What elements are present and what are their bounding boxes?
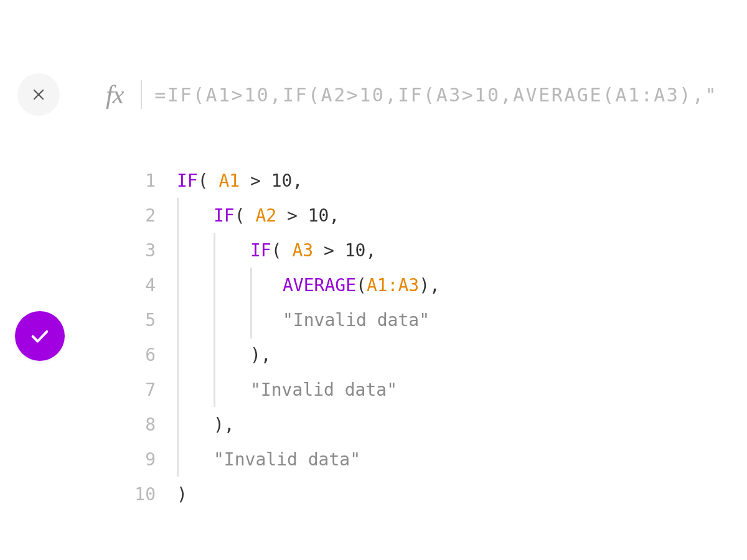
line-number: 6 — [125, 345, 156, 365]
close-icon — [31, 87, 46, 102]
line-number: 1 — [125, 170, 156, 191]
line-number: 5 — [125, 310, 156, 330]
code-line: 7 "Invalid data" — [125, 372, 440, 407]
line-number: 4 — [125, 275, 156, 296]
line-number: 3 — [125, 240, 156, 261]
line-number: 2 — [125, 205, 156, 226]
code-line: 3 IF( A3 > 10, — [125, 233, 440, 268]
formula-bar: fx =IF(A1>10,IF(A2>10,IF(A3>10,AVERAGE(A… — [17, 70, 747, 119]
code-line: 8 ), — [125, 407, 440, 442]
code-line: 5 "Invalid data" — [125, 302, 440, 337]
code-content[interactable]: IF( A3 > 10, — [177, 233, 376, 268]
formula-input[interactable]: =IF(A1>10,IF(A2>10,IF(A3>10,AVERAGE(A1:A… — [154, 84, 747, 106]
line-number: 9 — [125, 449, 156, 470]
code-content[interactable]: "Invalid data" — [177, 301, 430, 338]
code-content[interactable]: ), — [177, 337, 271, 372]
fx-label: fx — [106, 80, 123, 110]
code-content[interactable]: ) — [177, 484, 187, 505]
accept-button[interactable] — [15, 311, 65, 361]
code-content[interactable]: IF( A1 > 10, — [177, 170, 303, 191]
line-number: 10 — [125, 484, 156, 505]
code-line: 1 IF( A1 > 10, — [125, 163, 440, 198]
code-content[interactable]: IF( A2 > 10, — [177, 198, 339, 233]
code-content[interactable]: "Invalid data" — [177, 442, 360, 477]
code-line: 2 IF( A2 > 10, — [125, 198, 440, 233]
code-line: 4 AVERAGE(A1:A3), — [125, 268, 440, 302]
code-line: 10 ) — [125, 477, 440, 511]
code-content[interactable]: "Invalid data" — [177, 372, 397, 407]
code-line: 6 ), — [125, 337, 440, 372]
divider — [141, 80, 142, 109]
code-content[interactable]: AVERAGE(A1:A3), — [177, 268, 440, 302]
formula-pretty-view: 1 IF( A1 > 10, 2 IF( A2 > 10, 3 IF( A3 >… — [125, 163, 440, 511]
code-line: 9 "Invalid data" — [125, 442, 440, 477]
check-icon — [29, 325, 50, 347]
line-number: 7 — [125, 380, 156, 400]
close-button[interactable] — [17, 73, 60, 116]
code-content[interactable]: ), — [177, 407, 235, 442]
line-number: 8 — [125, 414, 156, 435]
